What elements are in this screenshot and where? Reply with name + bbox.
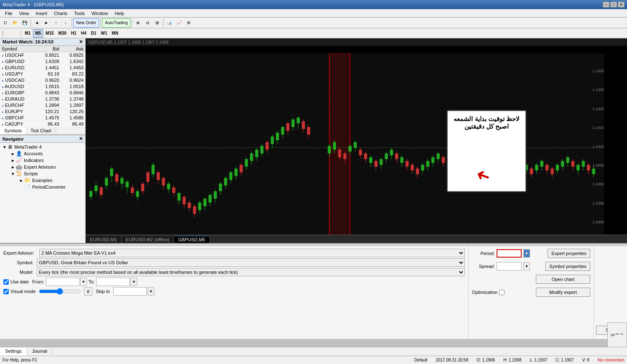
expert-props-btn[interactable]: Expert properties — [548, 249, 590, 258]
tb-chart-bar[interactable]: 📊 — [165, 18, 174, 28]
svg-text:1.1915: 1.1915 — [592, 126, 604, 130]
tb-new-button[interactable]: 🗋 — [1, 18, 10, 28]
market-watch-row[interactable]: ● EURCHF 1.2894 1.2897 — [0, 102, 85, 109]
symbol-select[interactable]: GBPUSD, Great Britain Pound vs US Dollar — [37, 258, 465, 267]
pause-btn[interactable]: ⏸ — [84, 287, 92, 296]
svg-rect-98 — [260, 146, 263, 153]
tab-tick-chart[interactable]: Tick Chart — [26, 127, 56, 134]
to-label: To: — [89, 279, 95, 284]
tb-save-button[interactable]: 💾 — [20, 18, 29, 28]
maximize-button[interactable]: □ — [610, 2, 617, 8]
period-input[interactable]: M5 — [497, 249, 522, 258]
navigator-close[interactable]: ✕ — [79, 136, 83, 142]
tb-zoom-in[interactable]: ⊕ — [133, 18, 143, 28]
minimize-button[interactable]: ─ — [603, 2, 609, 8]
skip-to-calendar-btn[interactable]: ▼ — [148, 287, 154, 296]
tb-zoom-out[interactable]: ⊖ — [143, 18, 152, 28]
new-order-button[interactable]: New Order — [73, 18, 99, 28]
modify-expert-btn[interactable]: Modify expert — [536, 288, 590, 297]
market-watch-row[interactable]: ● EURUSD 1.4451 1.4453 — [0, 65, 85, 71]
market-watch-row[interactable]: ● GBPCHF 1.4575 1.4585 — [0, 115, 85, 121]
period-dropdown-btn[interactable]: ▼ — [523, 249, 530, 258]
nav-item-scripts[interactable]: ▼ 📜 Scripts — [9, 170, 84, 177]
tf-m5[interactable]: M5 — [33, 29, 43, 38]
tb-open-button[interactable]: 📂 — [10, 18, 20, 28]
tb-forward-button[interactable]: ► — [42, 18, 51, 28]
col-ask: Ask — [61, 46, 85, 52]
use-date-checkbox[interactable] — [3, 279, 9, 285]
market-watch-row[interactable]: ● USDCAD 0.9620 0.9624 — [0, 77, 85, 83]
tf-d1[interactable]: D1 — [89, 29, 99, 38]
nav-item-periodconverter[interactable]: 📄 PeriodConverter — [18, 184, 84, 190]
nav-item-indicators[interactable]: ► 📈 Indicators — [9, 157, 84, 164]
ea-select[interactable]: 2 MA Crosses Mega filter EA V1.ex4 — [39, 249, 465, 257]
to-calendar-btn[interactable]: ▼ — [130, 278, 137, 286]
svg-rect-146 — [400, 157, 403, 163]
tb-chart-candle[interactable]: 📈 — [174, 18, 184, 28]
nav-item-ea[interactable]: ► 🤖 Expert Advisors — [9, 164, 84, 170]
market-watch-header: Market Watch: 16:24:53 ✕ — [0, 38, 85, 46]
menu-item-window[interactable]: Window — [88, 10, 111, 17]
tf-h4[interactable]: H4 — [79, 29, 89, 38]
chart-canvas[interactable]: 1.1930 1.1925 1.1920 1.1915 1.1910 1.190… — [86, 53, 604, 242]
chart-tab-eurusd-m2[interactable]: EURUSD,M2 (offline) — [122, 236, 174, 243]
open-chart-btn[interactable]: Open chart — [536, 275, 590, 284]
market-watch-row[interactable]: ● CADJPY 86.43 86.49 — [0, 121, 85, 127]
tester-side-tab[interactable]: Str — [607, 322, 627, 339]
menu-item-charts[interactable]: Charts — [51, 10, 71, 17]
bid-cell: 1.4575 — [36, 115, 61, 121]
menu-item-help[interactable]: Help — [111, 10, 127, 17]
to-input[interactable]: 2017.09.01 — [96, 278, 130, 286]
menu-item-view[interactable]: View — [16, 10, 33, 17]
nav-item-metatrader4[interactable]: ▼ 🖥 MetaTrader 4 — [1, 144, 84, 150]
close-button[interactable]: ✕ — [618, 2, 624, 8]
tab-symbols[interactable]: Symbols — [0, 127, 26, 134]
tb-up-button[interactable]: ↑ — [51, 18, 61, 28]
tf-m30[interactable]: M30 — [56, 29, 69, 38]
nav-item-examples[interactable]: ► 📁 Examples — [18, 177, 84, 184]
tb-settings[interactable]: ⚙ — [184, 18, 193, 28]
menu-item-insert[interactable]: Insert — [32, 10, 51, 17]
speed-slider[interactable] — [39, 288, 81, 295]
spread-dropdown-btn[interactable]: ▼ — [523, 262, 530, 270]
market-watch-row[interactable]: ● AUDUSD 1.0515 1.0518 — [0, 83, 85, 90]
chart-tab-eurusd-m1[interactable]: EURUSD,M1 — [86, 236, 122, 243]
from-input[interactable]: 2013.01.01 — [46, 278, 79, 286]
tf-h1[interactable]: H1 — [69, 29, 79, 38]
svg-rect-148 — [405, 161, 408, 167]
market-watch-row[interactable]: ● USDCHF 0.8921 0.8925 — [0, 52, 85, 58]
spread-input[interactable]: 8 — [497, 262, 522, 270]
tb-down-button[interactable]: ↓ — [61, 18, 70, 28]
svg-rect-116 — [307, 127, 310, 134]
menu-item-tools[interactable]: Tools — [71, 10, 88, 17]
tf-mn[interactable]: MN — [110, 29, 120, 38]
market-watch-row[interactable]: ● USDJPY 83.19 83.22 — [0, 71, 85, 77]
tb-chart-grid[interactable]: ⊞ — [153, 18, 162, 28]
optimization-checkbox[interactable] — [499, 290, 505, 295]
autotrading-button[interactable]: AutoTrading — [102, 18, 130, 28]
svg-rect-156 — [426, 161, 429, 167]
skip-to-input[interactable]: 2017.10.10 — [113, 287, 147, 296]
market-watch-row[interactable]: ● EURGBP 0.8843 0.8846 — [0, 90, 85, 96]
ask-cell: 1.6342 — [61, 58, 85, 65]
model-select[interactable]: Every tick (the most precise method base… — [37, 268, 465, 276]
tf-w1[interactable]: W1 — [99, 29, 109, 38]
indicators-icon: 📈 — [16, 157, 22, 163]
tf-m15[interactable]: M15 — [43, 29, 56, 38]
chart-tab-gbpusd-m5[interactable]: GBPUSD,M5 — [174, 236, 210, 243]
tf-m1[interactable]: M1 — [23, 29, 33, 38]
visual-mode-checkbox[interactable] — [3, 289, 9, 294]
market-watch-row[interactable]: ● GBPUSD 1.6339 1.6342 — [0, 58, 85, 65]
menu-item-file[interactable]: File — [2, 10, 16, 17]
market-watch-close[interactable]: ✕ — [79, 39, 83, 45]
tb-back-button[interactable]: ◄ — [32, 18, 41, 28]
bid-cell: 83.19 — [36, 71, 61, 77]
svg-rect-196 — [530, 169, 533, 174]
symbol-props-btn[interactable]: Symbol properties — [545, 262, 590, 271]
market-watch-row[interactable]: ● EURJPY 120.21 120.25 — [0, 109, 85, 115]
nav-item-accounts[interactable]: ► 👤 Accounts — [9, 150, 84, 157]
chart-header: GBPUSD,M5 1.1907 1.1908 1.1907 1.1908 — [86, 38, 627, 46]
from-calendar-btn[interactable]: ▼ — [80, 278, 87, 286]
ask-cell: 1.0518 — [61, 83, 85, 90]
market-watch-row[interactable]: ● EURAUD 1.3736 1.3748 — [0, 96, 85, 102]
